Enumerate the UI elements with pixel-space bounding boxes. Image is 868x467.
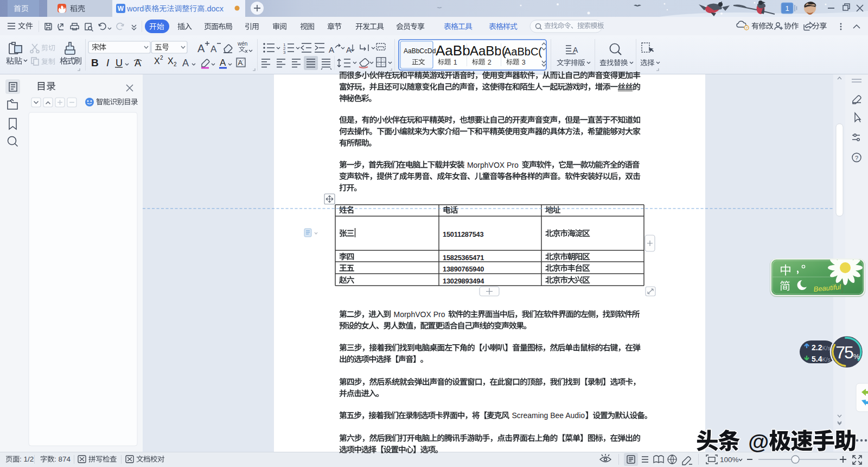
svg-text:.docx: .docx bbox=[205, 4, 224, 13]
svg-text:: 1/2: : 1/2 bbox=[20, 455, 34, 463]
svg-text:%: % bbox=[853, 352, 860, 361]
svg-text:5.4K/s: 5.4K/s bbox=[812, 355, 831, 363]
svg-text:MorphVOX Pro: MorphVOX Pro bbox=[467, 161, 519, 169]
svg-text:AaBbCcDd: AaBbCcDd bbox=[404, 47, 436, 55]
svg-text:A: A bbox=[197, 42, 205, 54]
svg-text:15825365471: 15825365471 bbox=[443, 254, 484, 262]
svg-text:@: @ bbox=[748, 430, 769, 453]
svg-text:1: 1 bbox=[454, 59, 457, 66]
svg-text:word: word bbox=[126, 4, 144, 13]
svg-text:1: 1 bbox=[785, 4, 789, 12]
svg-text:A: A bbox=[182, 58, 189, 68]
svg-text:13890765940: 13890765940 bbox=[443, 265, 484, 273]
svg-text:75: 75 bbox=[835, 343, 853, 362]
svg-text:15011287543: 15011287543 bbox=[443, 230, 483, 238]
svg-text:AaBbC(: AaBbC( bbox=[504, 46, 542, 58]
svg-text:2: 2 bbox=[174, 61, 177, 67]
svg-text:3: 3 bbox=[283, 50, 286, 55]
svg-text:B: B bbox=[91, 57, 99, 68]
svg-text:2.2K/s: 2.2K/s bbox=[812, 343, 831, 352]
svg-text:wén: wén bbox=[237, 41, 247, 47]
svg-text:A: A bbox=[220, 58, 226, 68]
svg-text:2: 2 bbox=[488, 59, 492, 66]
svg-text:U: U bbox=[116, 58, 123, 68]
svg-text:A: A bbox=[346, 45, 352, 54]
svg-text:100%: 100% bbox=[720, 456, 739, 464]
svg-text:?: ? bbox=[855, 155, 858, 161]
svg-text:MorphVOX Pro: MorphVOX Pro bbox=[394, 310, 445, 319]
svg-text:2: 2 bbox=[160, 55, 163, 61]
svg-text:A: A bbox=[329, 45, 334, 54]
svg-text:X: X bbox=[168, 56, 174, 66]
svg-text:: 874: : 874 bbox=[54, 455, 71, 463]
svg-text:W: W bbox=[118, 5, 124, 12]
svg-text:AaBb(: AaBb( bbox=[470, 43, 506, 58]
svg-text:X: X bbox=[154, 56, 160, 66]
svg-text:3: 3 bbox=[522, 59, 526, 66]
svg-text:Screaming Bee Audio: Screaming Bee Audio bbox=[512, 411, 585, 420]
svg-text:A: A bbox=[210, 44, 217, 54]
svg-text:A: A bbox=[573, 46, 578, 54]
svg-text:A: A bbox=[238, 59, 243, 67]
svg-text:13029893494: 13029893494 bbox=[443, 277, 484, 285]
svg-text:I: I bbox=[106, 57, 110, 68]
svg-text:AaBb: AaBb bbox=[436, 42, 470, 59]
